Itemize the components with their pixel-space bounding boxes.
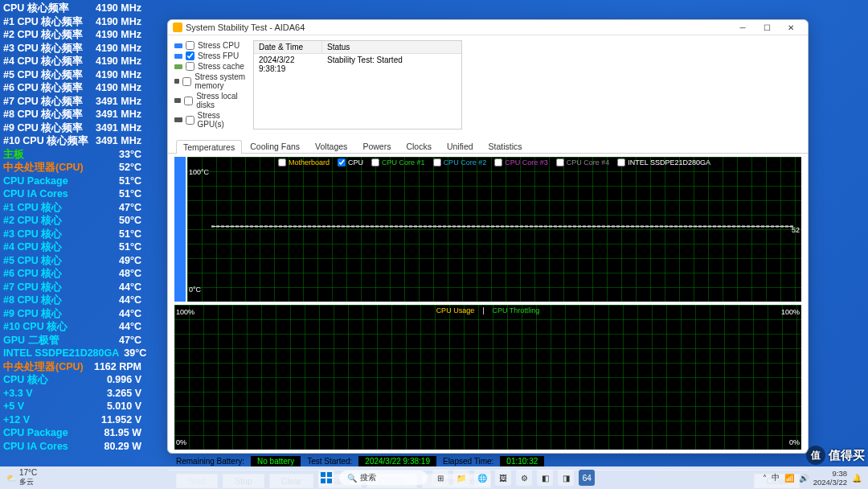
tab-unified[interactable]: Unified (440, 139, 481, 153)
osd-row: #5 CPU 核心49°C (3, 254, 141, 268)
legend-checkbox[interactable] (556, 158, 564, 166)
usage-axis-rbot: 0% (789, 438, 800, 446)
tab-clocks[interactable]: Clocks (399, 139, 439, 153)
aida64-stability-window: System Stability Test - AIDA64 ─ ☐ ✕ Str… (167, 19, 809, 454)
osd-value: 3491 MHz (96, 108, 141, 121)
close-button[interactable]: ✕ (779, 20, 803, 35)
osd-value: 4190 MHz (96, 68, 141, 82)
osd-row: #3 CPU 核心51°C (3, 228, 141, 241)
maximize-button[interactable]: ☐ (755, 20, 779, 35)
osd-label: +3.3 V (3, 387, 33, 401)
minimize-button[interactable]: ─ (731, 20, 755, 35)
stress-label: Stress GPU(s) (198, 111, 247, 129)
stress-led-icon (174, 54, 182, 59)
osd-row: #8 CPU 核心44°C (3, 294, 141, 307)
stress-option[interactable]: Stress CPU (174, 40, 247, 51)
stress-option[interactable]: Stress GPU(s) (174, 110, 247, 129)
tab-temperatures[interactable]: Temperatures (176, 140, 242, 154)
tab-voltages[interactable]: Voltages (308, 139, 354, 153)
edge-icon[interactable]: 🌐 (474, 470, 490, 486)
osd-value: 0.996 V (107, 373, 141, 387)
stress-checkbox[interactable] (182, 77, 191, 86)
osd-label: 中央处理器(CPU) (3, 360, 84, 374)
osd-row: #4 CPU 核心51°C (3, 240, 141, 254)
watermark-icon: 值 (806, 446, 825, 465)
osd-label: +5 V (3, 400, 24, 413)
legend-checkbox[interactable] (494, 158, 502, 166)
start-button-win[interactable] (318, 470, 334, 486)
osd-label: CPU 核心 (3, 373, 48, 387)
legend-item[interactable]: CPU (338, 158, 363, 166)
osd-label: #3 CPU 核心频率 (3, 42, 83, 55)
usage-axis-bot: 0% (176, 438, 186, 446)
osd-row: #9 CPU 核心44°C (3, 307, 141, 321)
legend-checkbox[interactable] (371, 158, 379, 166)
elapsed-label: Elapsed Time: (443, 457, 493, 466)
legend-label: CPU Core #2 (444, 158, 487, 166)
legend-item[interactable]: Motherboard (278, 158, 330, 166)
graph-selector-bar[interactable] (174, 157, 186, 302)
tray-chevron-icon[interactable]: ˄ (763, 474, 767, 483)
stress-label: Stress cache (198, 62, 244, 71)
osd-row: CPU Package81.95 W (3, 426, 141, 440)
osd-value: 47°C (119, 201, 141, 215)
stress-checkbox[interactable] (184, 97, 193, 105)
tray-wifi-icon[interactable]: 📶 (784, 474, 794, 483)
settings-icon[interactable]: ⚙ (516, 470, 532, 486)
osd-row: CPU 核心0.996 V (3, 373, 141, 387)
stress-checkbox[interactable] (186, 41, 194, 50)
weather-widget[interactable]: ⛅ 17°C 多云 (6, 468, 151, 487)
osd-row: CPU 核心频率4190 MHz (3, 2, 141, 15)
temp-axis-top: 100°C (189, 168, 209, 176)
aida64-taskbar-icon[interactable]: 64 (579, 470, 595, 486)
osd-row: GPU 二极管47°C (3, 334, 141, 347)
app-icon-2[interactable]: ◨ (558, 470, 574, 486)
osd-label: #10 CPU 核心 (3, 320, 68, 334)
stress-checkbox[interactable] (186, 116, 194, 125)
explorer-icon[interactable]: 📁 (453, 470, 469, 486)
legend-checkbox[interactable] (278, 158, 286, 166)
legend-item[interactable]: CPU Core #1 (371, 158, 425, 166)
osd-value: 81.95 W (104, 426, 141, 440)
titlebar[interactable]: System Stability Test - AIDA64 ─ ☐ ✕ (168, 20, 808, 35)
started-label: Test Started: (307, 457, 352, 466)
osd-label: 主板 (3, 148, 24, 162)
osd-row: #1 CPU 核心频率4190 MHz (3, 15, 141, 29)
tab-statistics[interactable]: Statistics (481, 139, 530, 153)
photos-icon[interactable]: 🖼 (495, 470, 511, 486)
stress-options: Stress CPUStress FPUStress cacheStress s… (174, 40, 247, 129)
legend-item[interactable]: CPU Core #2 (433, 158, 487, 166)
tab-powers[interactable]: Powers (355, 139, 398, 153)
osd-label: #6 CPU 核心频率 (3, 81, 83, 95)
notifications-icon[interactable]: 🔔 (852, 474, 862, 483)
stress-option[interactable]: Stress cache (174, 61, 247, 72)
clock-time: 9:38 (813, 469, 847, 478)
tray-volume-icon[interactable]: 🔊 (799, 474, 809, 483)
taskbar-clock[interactable]: 9:38 2024/3/22 (813, 469, 847, 487)
legend-item[interactable]: INTEL SSDPE21D280GA (617, 158, 710, 166)
battery-label: Remaining Battery: (176, 457, 244, 466)
osd-row: #7 CPU 核心频率3491 MHz (3, 95, 141, 109)
weather-temp: 17°C (19, 468, 37, 477)
legend-item[interactable]: CPU Core #4 (556, 158, 610, 166)
stress-checkbox[interactable] (186, 51, 194, 60)
taskbar[interactable]: ⛅ 17°C 多云 🔍搜索 ⊞ 📁 🌐 🖼 ⚙ ◧ ◨ 64 ˄ 中 📶 🔊 9… (0, 466, 868, 489)
legend-checkbox[interactable] (617, 158, 625, 166)
tray-lang-icon[interactable]: 中 (772, 472, 780, 483)
stress-option[interactable]: Stress system memory (174, 72, 247, 91)
stress-option[interactable]: Stress FPU (174, 51, 247, 61)
stress-checkbox[interactable] (186, 62, 194, 71)
taskview-icon[interactable]: ⊞ (432, 470, 448, 486)
system-tray[interactable]: ˄ 中 📶 🔊 9:38 2024/3/22 🔔 (763, 469, 862, 487)
stress-label: Stress local disks (196, 92, 247, 109)
osd-value: 44°C (119, 307, 141, 321)
app-icon-1[interactable]: ◧ (537, 470, 553, 486)
osd-label: #9 CPU 核心频率 (3, 121, 83, 135)
legend-checkbox[interactable] (338, 158, 346, 166)
legend-item[interactable]: CPU Core #3 (494, 158, 548, 166)
osd-label: #4 CPU 核心频率 (3, 55, 83, 68)
stress-option[interactable]: Stress local disks (174, 91, 247, 110)
legend-checkbox[interactable] (433, 158, 441, 166)
taskbar-search[interactable]: 🔍搜索 (339, 471, 428, 485)
tab-cooling-fans[interactable]: Cooling Fans (243, 139, 307, 153)
